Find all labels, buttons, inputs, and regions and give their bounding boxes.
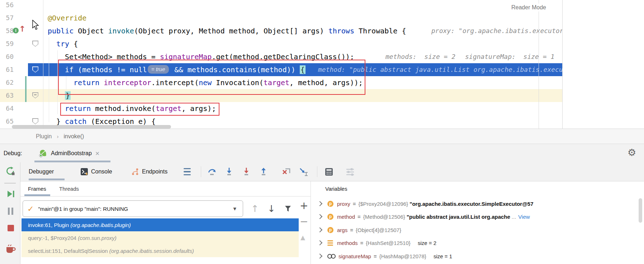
pause-button[interactable] (7, 207, 15, 217)
tab-threads[interactable]: Threads (59, 181, 79, 196)
stop-icon (7, 224, 15, 232)
step-over-button[interactable] (207, 162, 217, 181)
chevron-right-icon[interactable] (317, 254, 322, 259)
coffee-dump-icon (5, 244, 16, 254)
fold-marker-icon[interactable] (32, 92, 38, 98)
tab-endpoints[interactable]: Endpoints (131, 162, 167, 181)
close-icon[interactable]: × (95, 149, 100, 158)
code-token: Object (74, 27, 108, 35)
variable-row-signaturemap[interactable]: signatureMap = {HashMap@12078} size = 1 (311, 250, 644, 263)
implementing-method-gutter-icon[interactable]: I (13, 28, 19, 33)
breadcrumb-item-method[interactable]: invoke() (63, 133, 84, 140)
annotation-box (60, 103, 219, 116)
add-watch-button[interactable]: + (300, 201, 308, 210)
thread-dump-button[interactable] (5, 244, 16, 256)
run-to-cursor-icon (299, 167, 309, 177)
fold-marker-icon[interactable] (32, 66, 38, 73)
settings-sliders-icon[interactable] (346, 162, 355, 181)
code-token: { (69, 40, 78, 48)
indent-guide (57, 50, 58, 114)
reader-mode-toggle[interactable]: Reader Mode (508, 4, 550, 11)
code-line-58[interactable]: public Object invoke(Object proxy, Metho… (48, 24, 406, 37)
code-editor[interactable]: 56 57 58 59 60 61 62 63 64 65 I ↑ @Overr… (0, 0, 644, 129)
resume-icon (6, 190, 15, 198)
stack-frame-row[interactable]: query:-1, $Proxy204 (com.sun.proxy) (22, 231, 299, 244)
variable-value: "public abstract java.util.List org.apac… (407, 214, 510, 220)
tab-console[interactable]: Console (80, 162, 112, 181)
debug-toolwindow-header: Debug: AdminBootstrap × ⚙ (0, 144, 644, 162)
resume-button[interactable] (6, 190, 15, 200)
step-out-button[interactable] (259, 162, 268, 181)
fold-marker-icon[interactable] (32, 41, 38, 47)
line-number: 57 (0, 11, 14, 24)
hide-library-frames-button[interactable] (284, 205, 292, 214)
variable-row-method[interactable]: p method = {Method@12506} "public abstra… (311, 210, 644, 223)
collection-size: size = 1 (434, 253, 452, 259)
toolbar-divider (4, 183, 16, 184)
variable-row-methods[interactable]: methods = {HashSet@12510} size = 2 (311, 236, 644, 249)
thread-running-check-icon: ✓ (27, 204, 34, 213)
chevron-right-icon[interactable] (317, 227, 322, 232)
chevron-right-icon[interactable] (317, 240, 322, 245)
line-number: 59 (0, 37, 14, 50)
code-line-59[interactable]: try { (56, 37, 78, 50)
step-out-icon (259, 167, 268, 176)
thread-selector-dropdown[interactable]: ✓ "main"@1 in group "main": RUNNING ▼ (23, 200, 243, 217)
mouse-cursor (32, 20, 40, 31)
tab-console-label: Console (91, 168, 112, 175)
variable-name: methods (337, 240, 358, 246)
tab-debugger-label: Debugger (29, 168, 54, 175)
ide-window: 56 57 58 59 60 61 62 63 64 65 I ↑ @Overr… (0, 0, 644, 264)
endpoints-icon (131, 168, 139, 176)
line-number: 60 (0, 50, 14, 63)
code-line-57[interactable]: @Override (48, 11, 86, 24)
chevron-right-icon[interactable] (317, 214, 322, 219)
frame-location: invoke:61, Plugin (28, 222, 70, 228)
rerun-icon (5, 166, 15, 176)
chevron-right-icon[interactable] (317, 201, 322, 206)
equals-sign: = (350, 227, 353, 233)
stack-frame-row[interactable]: selectList:151, DefaultSqlSession (org.a… (22, 244, 299, 257)
evaluate-expression-button[interactable] (325, 162, 333, 181)
stack-frame-row-selected[interactable]: invoke:61, Plugin (org.apache.ibatis.plu… (22, 218, 299, 231)
editor-viewport: 56 57 58 59 60 61 62 63 64 65 I ↑ @Overr… (0, 0, 562, 129)
step-over-icon (207, 167, 217, 176)
remove-watch-button[interactable]: − (300, 217, 308, 226)
stop-button[interactable] (7, 224, 15, 233)
vcs-change-marker[interactable] (25, 76, 27, 102)
variable-row-args[interactable]: p args = {Object[4]@12507} (311, 223, 644, 236)
gear-icon[interactable]: ⚙ (628, 147, 636, 158)
step-into-button[interactable] (224, 162, 234, 181)
force-step-into-button[interactable] (242, 162, 251, 181)
previous-frame-button[interactable]: ↑ (251, 204, 259, 213)
variable-reference: {Object[4]@12507} (356, 227, 401, 233)
variables-scrollbar[interactable] (639, 198, 642, 223)
variable-name: method (337, 214, 355, 220)
frame-location: query:-1, $Proxy204 (28, 235, 78, 241)
scroll-up-icon[interactable]: ▲ (300, 233, 305, 242)
debugger-left-toolbar (0, 162, 20, 264)
hard-wrap-guide (539, 0, 539, 129)
collection-size: size = 2 (418, 240, 436, 246)
run-configuration-tab[interactable]: AdminBootstrap × (34, 144, 104, 163)
pause-icon (7, 207, 15, 216)
run-to-cursor-button[interactable] (299, 162, 309, 181)
equals-sign: = (360, 240, 364, 246)
line-number: 56 (0, 0, 14, 11)
editor-horizontal-scrollbar[interactable] (12, 125, 171, 129)
next-frame-button[interactable]: ↓ (267, 204, 275, 213)
override-gutter-icon[interactable]: ↑ (19, 24, 25, 33)
variable-row-proxy[interactable]: p proxy = {$Proxy204@12096} "org.apache.… (311, 197, 644, 210)
drop-frame-button[interactable] (282, 162, 292, 181)
inline-debugger-hint: proxy: "org.apache.ibatis.executor.Simpl… (431, 24, 562, 37)
variables-panel: Variables p proxy = {$Proxy204@12096} "o… (311, 181, 644, 264)
fold-marker-icon[interactable] (32, 118, 38, 124)
layout-settings-icon[interactable] (184, 162, 191, 181)
code-token: (Exception e) { (86, 117, 156, 126)
rerun-button[interactable] (5, 166, 15, 177)
tab-frames[interactable]: Frames (28, 181, 46, 196)
breadcrumb-item-class[interactable]: Plugin (36, 133, 52, 140)
filter-funnel-icon (284, 205, 292, 213)
tab-endpoints-label: Endpoints (142, 168, 167, 175)
view-value-link[interactable]: View (518, 214, 530, 220)
